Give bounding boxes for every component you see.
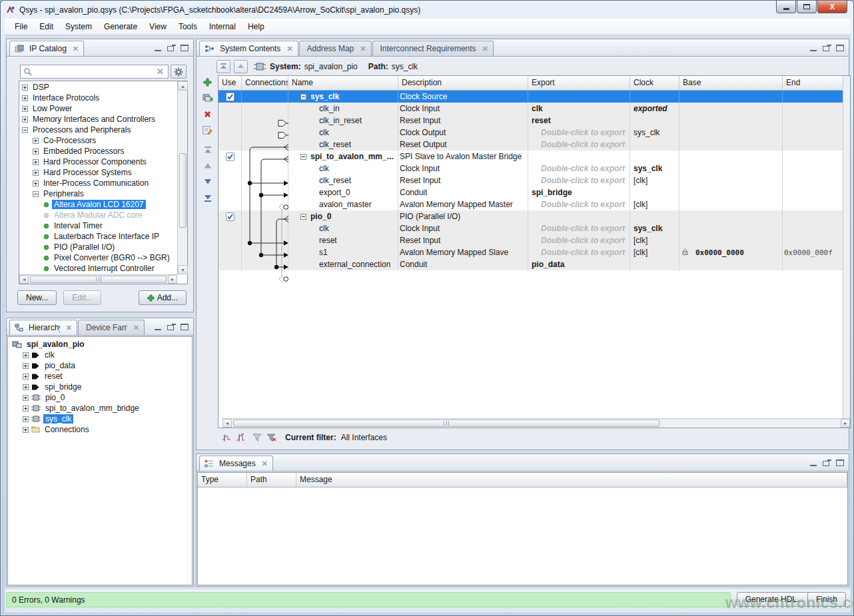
interface-row[interactable]: clk_resetReset InputDouble-click to expo…: [218, 174, 843, 186]
tab-address-map[interactable]: Address Map ✕: [299, 41, 372, 56]
panel-maximize-icon[interactable]: [835, 459, 845, 467]
use-checkbox[interactable]: [226, 212, 234, 221]
base-address[interactable]: 0x0000_0000: [695, 248, 744, 257]
edit-component-icon[interactable]: [202, 125, 214, 135]
expand-icon[interactable]: +: [33, 170, 39, 176]
interface-row[interactable]: clkClock OutputDouble-click to exportsys…: [218, 127, 843, 139]
expand-icon[interactable]: +: [22, 117, 28, 123]
column-header-description[interactable]: Description: [398, 76, 528, 90]
tab-system-contents[interactable]: System Contents ✕: [199, 41, 298, 56]
export-cell[interactable]: Double-click to export: [528, 246, 630, 258]
expand-icon[interactable]: +: [23, 427, 29, 433]
finish-button[interactable]: Finish: [807, 592, 846, 607]
column-header-clock[interactable]: Clock: [630, 76, 679, 90]
export-cell[interactable]: spi_bridge: [528, 186, 630, 198]
export-placeholder[interactable]: Double-click to export: [541, 140, 628, 149]
tree-item-pio-parallel-i-o-[interactable]: PIO (Parallel I/O): [21, 242, 177, 252]
menu-help[interactable]: Help: [242, 19, 270, 34]
add-component-icon[interactable]: [202, 77, 214, 87]
tab-hierarchy[interactable]: Hierarchy ✕: [9, 320, 77, 335]
export-cell[interactable]: Double-click to export: [528, 174, 630, 186]
clock-value[interactable]: [clk]: [632, 176, 647, 185]
use-checkbox[interactable]: [226, 93, 234, 101]
export-value[interactable]: spi_bridge: [530, 188, 572, 197]
scroll-down-icon[interactable]: ▼: [178, 265, 188, 274]
search-field[interactable]: ✕: [20, 65, 169, 79]
panel-minimize-icon[interactable]: [153, 323, 163, 331]
panel-maximize-icon[interactable]: [180, 323, 189, 331]
clock-value[interactable]: exported: [632, 104, 667, 113]
tree-item-spi-to-avalon-mm-bridge[interactable]: +spi_to_avalon_mm_bridge: [11, 403, 191, 414]
ip-tree-hscrollbar[interactable]: ◄ ►: [19, 274, 177, 284]
maximize-button[interactable]: [797, 1, 817, 13]
menu-edit[interactable]: Edit: [33, 19, 59, 34]
interface-row[interactable]: s1Avalon Memory Mapped SlaveDouble-click…: [218, 246, 843, 258]
expand-icon[interactable]: +: [23, 384, 29, 390]
interface-row[interactable]: external_connectionConduitpio_data: [218, 258, 843, 270]
expand-icon[interactable]: +: [23, 363, 29, 369]
expand-icon[interactable]: +: [33, 159, 39, 165]
interface-row[interactable]: clk_inClock Inputclkexported: [218, 103, 843, 115]
column-header-export[interactable]: Export: [528, 76, 630, 90]
panel-minimize-icon[interactable]: [153, 44, 163, 52]
tab-messages[interactable]: Messages ✕: [199, 456, 273, 471]
export-placeholder[interactable]: Double-click to export: [541, 200, 628, 209]
column-header-message[interactable]: Message: [296, 473, 847, 487]
tree-item-dsp[interactable]: +DSP: [21, 82, 177, 93]
panel-float-icon[interactable]: [822, 44, 831, 52]
generate-hdl-button[interactable]: Generate HDL...: [737, 592, 812, 607]
export-placeholder[interactable]: Double-click to export: [541, 128, 628, 137]
tab-close-icon[interactable]: ✕: [360, 45, 366, 53]
clear-filter-icon[interactable]: [266, 434, 276, 442]
expand-icon[interactable]: +: [23, 406, 29, 412]
expand-icon[interactable]: +: [22, 85, 28, 91]
tree-item-interface-protocols[interactable]: +Interface Protocols: [21, 93, 177, 103]
expand-icon[interactable]: +: [33, 180, 39, 186]
tree-item-altera-modular-adc-core[interactable]: Altera Modular ADC core: [21, 210, 177, 220]
export-placeholder[interactable]: Double-click to export: [541, 224, 628, 233]
tree-item-spi-bridge[interactable]: +spi_bridge: [11, 382, 191, 392]
interface-row[interactable]: clk_resetReset OutputDouble-click to exp…: [218, 139, 843, 151]
expand-icon[interactable]: +: [33, 149, 39, 154]
column-header-type[interactable]: Type: [198, 473, 247, 487]
use-checkbox[interactable]: [226, 153, 234, 161]
tree-item-reset[interactable]: +reset: [11, 371, 191, 382]
tree-item-pio-data[interactable]: +pio_data: [11, 360, 191, 371]
remove-component-icon[interactable]: [202, 109, 214, 119]
ip-tree-vscrollbar[interactable]: ▲ ▼: [177, 81, 187, 274]
add-button[interactable]: Add...: [139, 290, 187, 305]
clock-value[interactable]: [clk]: [632, 200, 647, 209]
tree-item-hard-processor-components[interactable]: +Hard Processor Components: [21, 156, 177, 167]
tree-item-interval-timer[interactable]: Interval Timer: [21, 220, 177, 231]
expand-icon[interactable]: +: [23, 416, 29, 422]
scroll-right-icon[interactable]: ►: [168, 275, 177, 284]
expand-icon[interactable]: +: [22, 95, 28, 101]
tree-item-peripherals[interactable]: −Peripherals: [21, 188, 177, 199]
interface-row[interactable]: export_0Conduitspi_bridge: [218, 186, 843, 198]
expand-icon[interactable]: +: [33, 138, 39, 144]
close-button[interactable]: X: [817, 1, 847, 13]
export-cell[interactable]: Double-click to export: [528, 222, 630, 234]
menu-file[interactable]: File: [9, 19, 33, 34]
menu-internal[interactable]: Internal: [203, 19, 242, 34]
clock-value[interactable]: sys_clk: [632, 164, 662, 173]
tree-item-altera-avalon-lcd-16207[interactable]: Altera Avalon LCD 16207: [21, 199, 177, 210]
tree-item-connections[interactable]: +Connections: [11, 424, 191, 435]
search-options-button[interactable]: [171, 65, 187, 79]
tree-item-pixel-converter-bgr0-bgr-[interactable]: Pixel Converter (BGR0 --> BGR): [21, 252, 177, 263]
new-button[interactable]: New...: [17, 290, 57, 305]
export-value[interactable]: clk: [530, 104, 543, 113]
move-down-icon[interactable]: [202, 176, 214, 187]
filter-icon[interactable]: [252, 434, 262, 442]
column-header-connections[interactable]: Connections: [242, 76, 288, 90]
search-input[interactable]: [34, 67, 155, 77]
expand-icon[interactable]: +: [23, 352, 29, 358]
tab-close-icon[interactable]: ✕: [133, 324, 139, 332]
tree-item-spi-avalon-pio[interactable]: spi_avalon_pio: [11, 339, 191, 350]
tree-item-embedded-processors[interactable]: +Embedded Processors: [21, 146, 177, 156]
collapse-icon[interactable]: −: [300, 154, 306, 160]
clock-value[interactable]: [clk]: [632, 236, 647, 245]
tab-interconnect-requirements[interactable]: Interconnect Requirements ✕: [372, 41, 494, 56]
export-placeholder[interactable]: Double-click to export: [541, 248, 628, 257]
timing-icon[interactable]: [236, 434, 245, 442]
